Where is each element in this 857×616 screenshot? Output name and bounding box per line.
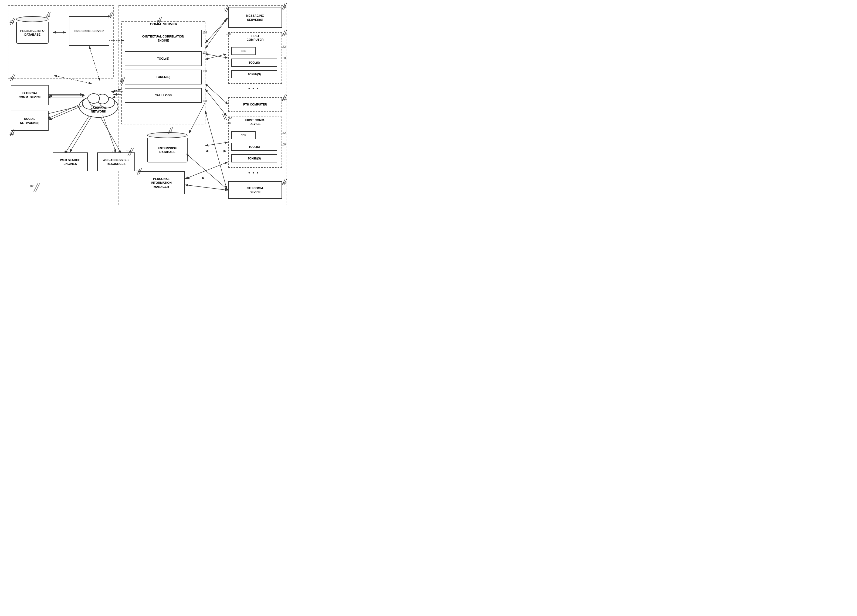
ref-180-comm-dev: 180 (281, 143, 286, 146)
ref-172-comm: 172 (203, 51, 207, 54)
ref-112: 112 (9, 20, 14, 23)
svg-line-45 (70, 116, 92, 153)
svg-line-75 (223, 114, 225, 120)
svg-line-39 (185, 185, 228, 190)
ref-108: 108 (120, 79, 124, 82)
ref-128: 128 (224, 8, 229, 11)
ref-168-comm-dev: 168 (226, 121, 231, 124)
svg-line-12 (100, 116, 121, 154)
personal-information-manager: PERSONALINFORMATIONMANAGER (138, 171, 185, 194)
ref-148: 148 (136, 170, 141, 173)
ref-136: 136 (156, 19, 161, 22)
svg-line-46 (102, 115, 116, 153)
web-search-engines: WEB SEARCHENGINES (53, 153, 88, 171)
ref-152a: 152a (281, 32, 287, 36)
svg-line-11 (65, 116, 89, 154)
ref-104: 104 (126, 150, 131, 153)
ref-180-first: 180 (281, 57, 286, 60)
first-computer-label: FIRSTCOMPUTER (247, 34, 264, 42)
ref-172-comm-dev: 172 (281, 131, 286, 134)
ref-132: 132 (112, 151, 117, 153)
nth-comm-device: NTH COMM.DEVICE (228, 181, 282, 199)
first-comm-device-label: FIRST COMM.DEVICE (231, 118, 279, 126)
svg-line-35 (205, 83, 228, 104)
svg-line-49 (36, 184, 40, 191)
ref-156a: 156a (226, 117, 232, 119)
dots-between-computers: • • • (248, 86, 259, 91)
svg-line-16 (205, 89, 227, 116)
presence-server-box: PRESENCE SERVER (69, 16, 109, 46)
messaging-server: MESSAGINGSERVER(S) (228, 8, 282, 28)
call-logs: CALL LOGS (125, 88, 202, 103)
ref-124: 124 (9, 132, 14, 135)
comm-server-label: COMM. SERVER (122, 22, 205, 26)
tools-first-comm: TOOL(S) (231, 143, 277, 151)
svg-line-33 (205, 17, 228, 43)
ref-160: 160 (108, 15, 113, 18)
svg-line-9 (47, 105, 78, 119)
pth-computer: PTH COMPUTER (228, 97, 282, 112)
ref-152p: 152p (281, 97, 287, 100)
ref-116: 116 (9, 77, 14, 80)
web-accessible-resources: WEB ACCESSIBLERESOURCES (97, 153, 135, 171)
svg-line-37 (186, 154, 228, 190)
tokens-first-computer: TOKEN(S) (231, 70, 277, 78)
first-computer-group: FIRSTCOMPUTER CCE TOOL(S) TOKEN(S) (228, 32, 282, 83)
svg-point-28 (88, 94, 100, 103)
ref-180-comm: 180 (203, 69, 207, 73)
svg-line-44 (89, 46, 100, 81)
external-network-cloud: EXTERNAL NETWORK (77, 80, 120, 119)
svg-line-34 (205, 54, 228, 58)
ref-100: 100 (30, 185, 34, 188)
enterprise-database: ENTERPRISEDATABASE (146, 132, 189, 162)
ref-164: 164 (45, 15, 50, 18)
svg-line-22 (205, 111, 227, 189)
contextual-correlation-engine: C0NTEXTUAL CORRELATIONENGINE (125, 30, 202, 47)
ref-156n: 156n (281, 181, 287, 184)
svg-text:NETWORK: NETWORK (91, 110, 106, 113)
svg-line-38 (185, 162, 228, 179)
ref-144: 144 (167, 130, 172, 133)
svg-line-15 (205, 54, 227, 59)
tools-comm-server: TOOL(S) (125, 51, 202, 66)
svg-line-47 (189, 102, 205, 134)
external-comm-device: EXTERNALCOMM. DEVICE (11, 85, 49, 105)
first-comm-device-group: FIRST COMM.DEVICE CCE TOOL(S) TOKEN(S) (228, 117, 282, 168)
ref-130: 130 (64, 151, 68, 153)
ref-168-first: 168 (226, 32, 231, 36)
tools-first-computer: TOOL(S) (231, 59, 277, 66)
tokens-comm-server: TOKEN(S) (125, 69, 202, 85)
svg-line-14 (205, 19, 227, 49)
svg-line-36 (205, 142, 228, 146)
presence-info-database: PRESENCE INFODATABASE (15, 16, 50, 44)
ref-172-first: 172 (281, 45, 286, 48)
architecture-diagram: PRESENCE INFODATABASE 164 112 PRESENCE S… (0, 0, 297, 213)
cce-first-comm: CCE (231, 131, 255, 139)
svg-line-48 (34, 184, 38, 191)
ref-168-comm: 168 (203, 31, 207, 34)
dots-between-comm-devices: • • • (248, 170, 259, 176)
tokens-first-comm: TOKEN(S) (231, 154, 277, 162)
svg-text:EXTERNAL: EXTERNAL (90, 106, 107, 109)
social-network: SOCIALNETWORK(S) (11, 111, 49, 131)
cce-first-computer: CCE (231, 47, 255, 55)
ref-198: 198 (203, 100, 207, 103)
ref-140: 140 (281, 6, 286, 9)
